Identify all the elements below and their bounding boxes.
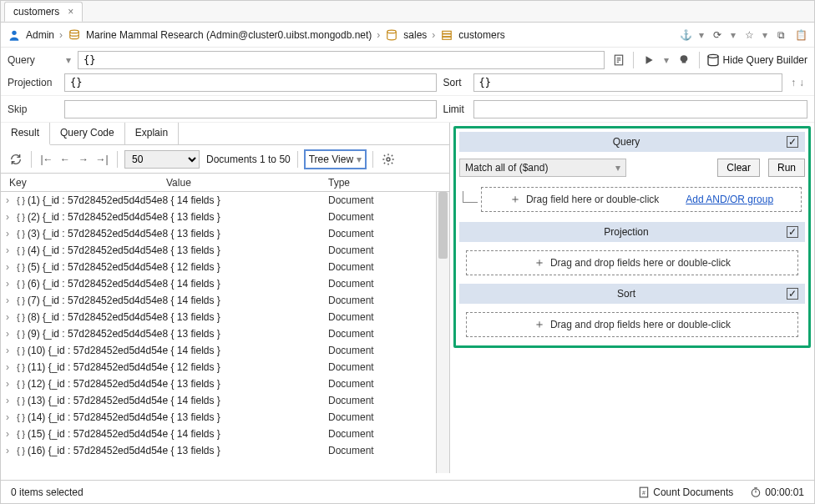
last-page-icon[interactable]: →| [94,151,110,168]
query-dropzone[interactable]: ＋ Drag field here or double-click Add AN… [481,187,802,212]
breadcrumb-collection[interactable]: customers [458,29,504,41]
table-row[interactable]: ›{ }(16) {_id : 57d28452ed5d4d54e { 13 f… [1,442,436,459]
table-row[interactable]: ›{ }(8) {_id : 57d28452ed5d4d54e8 { 13 f… [1,309,436,325]
table-row[interactable]: ›{ }(12) {_id : 57d28452ed5d4d54e { 13 f… [1,375,436,392]
document-icon: { } [14,313,28,322]
document-icon: { } [14,229,28,239]
breadcrumb-user[interactable]: Admin [26,29,54,41]
table-row[interactable]: ›{ }(9) {_id : 57d28452ed5d4d54e8 { 13 f… [1,325,436,342]
expand-icon[interactable]: › [6,295,14,306]
count-documents-button[interactable]: # Count Documents [638,486,733,498]
next-page-icon[interactable]: → [75,151,92,168]
document-icon[interactable] [611,53,626,68]
row-type: Document [328,378,374,390]
expand-icon[interactable]: › [6,378,14,390]
sort-input[interactable] [473,73,782,92]
col-header-type[interactable]: Type [328,177,449,189]
document-icon: { } [14,246,28,255]
query-builder-panel: Query ✓ Match all of ($and) ▾ Clear Run … [453,126,811,348]
expand-icon[interactable]: › [6,311,14,323]
clear-button[interactable]: Clear [717,159,760,177]
hide-query-builder-button[interactable]: Hide Query Builder [706,53,807,67]
row-key: (15) {_id : 57d28452ed5d4d54e { 14 field… [28,428,328,440]
table-row[interactable]: ›{ }(6) {_id : 57d28452ed5d4d54e8 { 14 f… [1,275,436,292]
expand-icon[interactable]: › [6,345,14,356]
editor-tab-customers[interactable]: customers × [4,2,83,22]
row-key: (13) {_id : 57d28452ed5d4d54e { 14 field… [28,395,328,406]
gear-icon[interactable] [380,151,397,168]
table-row[interactable]: ›{ }(7) {_id : 57d28452ed5d4d54e8 { 14 f… [1,292,436,309]
skip-label: Skip [8,103,59,115]
add-and-or-link[interactable]: Add AND/OR group [686,194,773,205]
expand-icon[interactable]: › [6,395,14,406]
tab-explain[interactable]: Explain [125,123,179,144]
query-label: Query [8,54,59,66]
document-icon: { } [14,263,28,272]
first-page-icon[interactable]: |← [38,151,55,168]
table-row[interactable]: ›{ }(1) {_id : 57d28452ed5d4d54e8 { 14 f… [1,192,436,209]
sort-desc-icon[interactable]: ↓ [799,77,804,88]
expand-icon[interactable]: › [6,244,14,256]
refresh-icon[interactable] [8,151,24,168]
table-row[interactable]: ›{ }(4) {_id : 57d28452ed5d4d54e8 { 13 f… [1,242,436,259]
match-mode-select[interactable]: Match all of ($and) ▾ [459,159,626,177]
anchor-icon[interactable]: ⚓ [679,28,692,42]
table-row[interactable]: ›{ }(5) {_id : 57d28452ed5d4d54e8 { 12 f… [1,259,436,275]
paste-icon[interactable]: 📋 [794,28,807,42]
table-row[interactable]: ›{ }(14) {_id : 57d28452ed5d4d54e { 13 f… [1,409,436,426]
plus-icon: ＋ [534,317,545,332]
breadcrumb-connection[interactable]: Marine Mammal Research (Admin@cluster0.u… [86,29,372,41]
run-icon[interactable] [640,52,657,68]
projection-enabled-checkbox[interactable]: ✓ [787,226,798,238]
view-mode-select[interactable]: Tree View ▾ [305,150,366,169]
table-row[interactable]: ›{ }(10) {_id : 57d28452ed5d4d54e { 14 f… [1,342,436,359]
expand-icon[interactable]: › [6,211,14,223]
chevron-down-icon[interactable]: ▾ [66,54,71,66]
table-row[interactable]: ›{ }(15) {_id : 57d28452ed5d4d54e { 14 f… [1,426,436,442]
row-key: (3) {_id : 57d28452ed5d4d54e8 { 13 field… [28,228,328,239]
expand-icon[interactable]: › [6,428,14,440]
document-icon: { } [14,430,28,439]
copy-icon[interactable]: ⧉ [774,28,787,42]
bulb-icon[interactable] [676,52,692,68]
page-size-select[interactable]: 50 [124,150,200,169]
query-input[interactable] [78,51,605,69]
expand-icon[interactable]: › [6,194,14,206]
chevron-right-icon: › [432,29,435,41]
table-row[interactable]: ›{ }(11) {_id : 57d28452ed5d4d54e { 12 f… [1,359,436,375]
svg-rect-5 [443,37,452,39]
row-type: Document [328,278,374,290]
user-icon [8,28,21,42]
expand-icon[interactable]: › [6,228,14,239]
projection-dropzone[interactable]: ＋ Drag and drop fields here or double-cl… [466,250,798,275]
sort-dropzone[interactable]: ＋ Drag and drop fields here or double-cl… [466,312,798,337]
skip-input[interactable] [64,100,437,118]
sort-enabled-checkbox[interactable]: ✓ [787,288,798,300]
row-key: (12) {_id : 57d28452ed5d4d54e { 13 field… [28,378,328,390]
col-header-key[interactable]: Key [1,177,166,189]
table-row[interactable]: ›{ }(13) {_id : 57d28452ed5d4d54e { 14 f… [1,392,436,409]
star-icon[interactable]: ☆ [742,28,756,42]
limit-input[interactable] [473,100,807,118]
prev-page-icon[interactable]: ← [57,151,73,168]
row-key: (14) {_id : 57d28452ed5d4d54e { 13 field… [28,411,328,423]
close-icon[interactable]: × [68,6,73,18]
expand-icon[interactable]: › [6,361,14,373]
sort-asc-icon[interactable]: ↑ [791,77,796,88]
expand-icon[interactable]: › [6,445,14,456]
expand-icon[interactable]: › [6,278,14,290]
run-button[interactable]: Run [768,159,805,177]
breadcrumb-db[interactable]: sales [403,29,427,41]
expand-icon[interactable]: › [6,328,14,340]
tab-query-code[interactable]: Query Code [50,123,125,144]
table-row[interactable]: ›{ }(3) {_id : 57d28452ed5d4d54e8 { 13 f… [1,225,436,242]
expand-icon[interactable]: › [6,411,14,423]
scrollbar[interactable] [436,192,449,473]
history-icon[interactable]: ⟳ [711,28,724,42]
projection-input[interactable] [64,73,437,92]
table-row[interactable]: ›{ }(2) {_id : 57d28452ed5d4d54e8 { 13 f… [1,209,436,225]
query-enabled-checkbox[interactable]: ✓ [787,136,798,148]
col-header-value[interactable]: Value [166,177,328,189]
expand-icon[interactable]: › [6,261,14,273]
tab-result[interactable]: Result [1,123,50,145]
